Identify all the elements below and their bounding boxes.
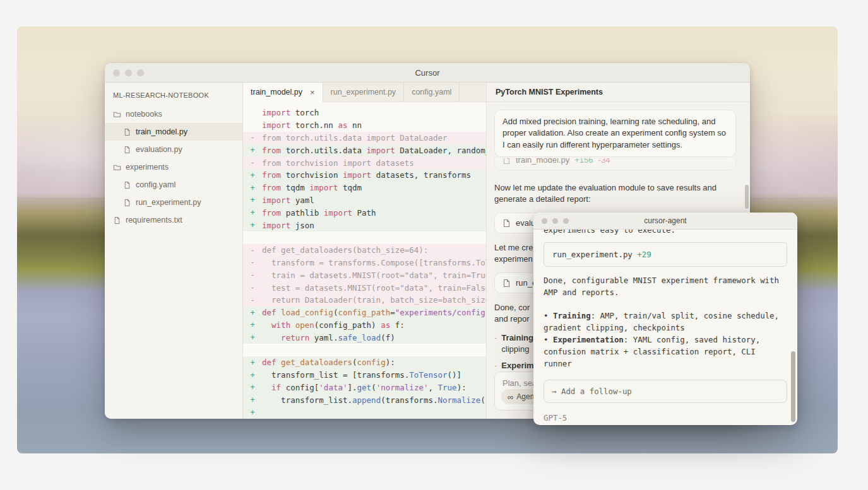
folder-icon	[113, 163, 121, 172]
code-line: + with open(config_path) as f:	[243, 319, 486, 332]
code-line: +from tqdm import tqdm	[243, 182, 486, 194]
file-change-card[interactable]: train_model.py +156 -34	[494, 158, 736, 170]
chat-title: PyTorch MNIST Experiments	[487, 83, 750, 102]
bullet-bold: Training	[501, 333, 533, 342]
diff-marker: -	[243, 246, 262, 255]
tab-train-model-py[interactable]: train_model.py×	[243, 83, 323, 102]
file-icon	[502, 158, 511, 165]
minimize-window-button[interactable]	[125, 69, 132, 76]
main-titlebar[interactable]: Cursor	[105, 63, 750, 83]
diff-marker: -	[243, 133, 262, 142]
code-line: +from torchvision import datasets, trans…	[243, 169, 486, 182]
file-tree: notebookstrain_model.pyevaluation.pyexpe…	[105, 105, 242, 229]
code-line: - return DataLoader(train, batch_size=ba…	[243, 294, 486, 306]
bullet-line2: clipping	[501, 344, 529, 354]
agent-transcript[interactable]: experiments easy to execute. run_experim…	[533, 230, 797, 425]
sidebar-item-experiments[interactable]: experiments	[105, 158, 242, 176]
diff-marker: ·	[243, 121, 262, 130]
diff-added: +156	[574, 158, 593, 165]
item-label: train_model.py	[136, 127, 187, 136]
bullet-dot: •	[544, 335, 548, 344]
item-label: evaluation.py	[136, 145, 182, 154]
chat-scrollbar-thumb[interactable]	[745, 185, 749, 209]
followup-placeholder: → Add a follow-up	[552, 387, 632, 396]
diff-marker: +	[243, 395, 262, 404]
code-line: +from torch.utils.data import DataLoader…	[243, 144, 486, 156]
followup-input[interactable]: → Add a follow-up	[544, 380, 787, 403]
clipped-card-wrap: train_model.py +156 -34	[494, 158, 736, 173]
file-icon	[123, 146, 131, 154]
model-label[interactable]: GPT-5	[544, 412, 787, 424]
minimize-window-button[interactable]	[552, 218, 558, 224]
code-line: -from torchvision import datasets	[243, 156, 486, 169]
assistant-text: Done, configurable MNIST experiment fram…	[544, 274, 787, 298]
diff-marker: +	[243, 320, 262, 329]
close-window-button[interactable]	[113, 69, 120, 76]
code-line: + if config['data'].get('normalize', Tru…	[243, 382, 486, 394]
item-label: run_experiment.py	[136, 198, 201, 207]
code-line: -from torch.utils.data import DataLoader	[243, 132, 486, 144]
file-icon	[502, 219, 511, 228]
editor-column: train_model.py×run_experiment.pyconfig.y…	[243, 83, 487, 419]
close-icon[interactable]: ×	[310, 88, 315, 97]
tab-label: config.yaml	[412, 88, 451, 96]
zoom-window-button[interactable]	[137, 69, 144, 76]
item-label: config.yaml	[136, 180, 175, 189]
bullet-bold: Training	[553, 311, 591, 320]
diff-marker: -	[243, 283, 262, 292]
item-label: notebooks	[126, 110, 162, 119]
sidebar-item-notebooks[interactable]: notebooks	[105, 105, 242, 123]
window-title: Cursor	[105, 68, 750, 78]
file-icon	[123, 199, 131, 207]
bullet-bold: Experimentation	[553, 335, 624, 344]
agent-scrollbar-thumb[interactable]	[791, 351, 795, 422]
code-line: ·	[243, 231, 486, 244]
code-line: - test = datasets.MNIST(root="data", tra…	[243, 281, 486, 294]
sidebar-item-evaluation-py[interactable]: evaluation.py	[105, 141, 242, 158]
infinity-icon: ∞	[508, 392, 513, 402]
code-line: ·import torch.nn as nn	[243, 119, 486, 132]
code-line: + transform_list.append(transforms.Norma…	[243, 394, 486, 406]
diff-marker: +	[243, 195, 262, 204]
diff-removed: -34	[598, 158, 610, 165]
code-line: +def get_dataloaders(config):	[243, 356, 486, 369]
code-line: +from pathlib import Path	[243, 206, 486, 219]
sidebar-item-requirements-txt[interactable]: requirements.txt	[105, 211, 242, 229]
code-editor[interactable]: ·import torch·import torch.nn as nn-from…	[243, 102, 486, 419]
cursor-agent-window: cursor-agent experiments easy to execute…	[533, 213, 797, 425]
code-line: + return yaml.safe_load(f)	[243, 331, 486, 344]
sidebar-item-train-model-py[interactable]: train_model.py	[105, 123, 242, 141]
code-line: +def load_config(config_path="experiment…	[243, 306, 486, 319]
zoom-window-button[interactable]	[563, 218, 569, 224]
agent-titlebar[interactable]: cursor-agent	[533, 213, 797, 230]
diff-marker: +	[243, 308, 262, 317]
diff-marker: +	[243, 208, 262, 217]
diff-marker: -	[243, 296, 262, 305]
tab-bar: train_model.py×run_experiment.pyconfig.y…	[243, 83, 486, 102]
diff-marker: -	[243, 158, 262, 167]
traffic-lights	[542, 218, 569, 224]
folder-icon	[113, 110, 121, 119]
diff-marker: +	[243, 221, 262, 230]
code-line: ·import torch	[243, 107, 486, 119]
diff-marker: ·	[243, 108, 262, 117]
diff-marker: +	[243, 184, 262, 192]
clipped-text-line: experiments easy to execute.	[544, 230, 787, 236]
tab-run-experiment-py[interactable]: run_experiment.py	[323, 83, 405, 102]
code-line: - train = datasets.MNIST(root="data", tr…	[243, 269, 486, 281]
code-line: +	[243, 406, 486, 419]
tab-label: run_experiment.py	[331, 88, 396, 96]
sidebar-item-config-yaml[interactable]: config.yaml	[105, 176, 242, 194]
tab-config-yaml[interactable]: config.yaml	[404, 83, 460, 102]
file-icon	[502, 279, 511, 288]
traffic-lights	[113, 69, 144, 76]
file-change-name: run_experiment.py	[552, 250, 633, 259]
sidebar-item-run-experiment-py[interactable]: run_experiment.py	[105, 194, 242, 211]
diff-marker: ·	[243, 233, 262, 242]
diff-marker: +	[243, 146, 262, 155]
code-line: ·	[243, 344, 486, 356]
close-window-button[interactable]	[542, 218, 547, 224]
file-change-card[interactable]: run_experiment.py +29	[544, 242, 787, 267]
bullet-item: • Training: AMP, train/val split, cosine…	[544, 310, 787, 334]
window-title: cursor-agent	[533, 216, 797, 225]
